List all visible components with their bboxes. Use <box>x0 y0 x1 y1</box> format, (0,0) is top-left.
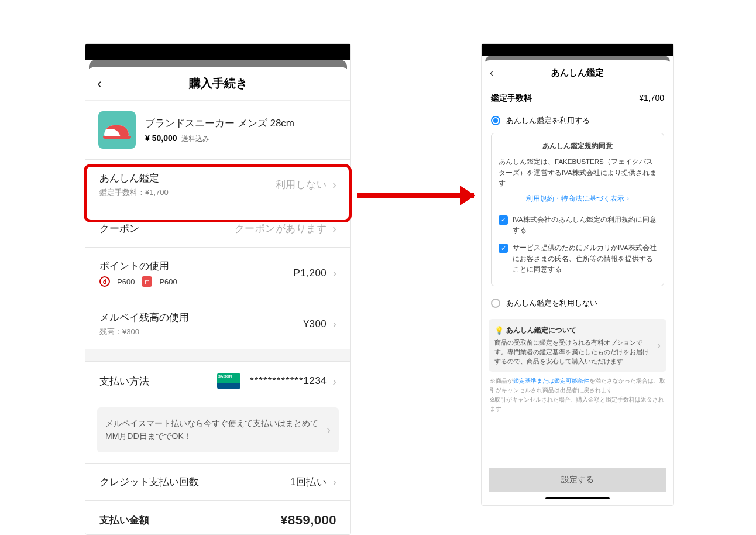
mercari-point-amount: P600 <box>159 277 177 286</box>
radio-use[interactable]: あんしん鑑定を利用する <box>482 111 673 133</box>
radio-skip[interactable]: あんしん鑑定を利用しない <box>482 293 673 315</box>
product-price: ¥ 50,000 <box>145 133 177 143</box>
fine-print: ※商品が鑑定基準または鑑定可能条件を満たさなかった場合は、取引がキャンセルされ商… <box>482 376 673 414</box>
mercari-point-icon: m <box>142 276 152 287</box>
merpay-balance: 残高：¥300 <box>99 327 189 337</box>
anshin-detail-screen: ‹ あんしん鑑定 鑑定手数料 ¥1,700 あんしん鑑定を利用する あんしん鑑定… <box>481 43 674 506</box>
page-title: 購入手続き <box>189 76 248 91</box>
coupon-title: クーポン <box>99 222 139 235</box>
terms-link[interactable]: 利用規約・特商法に基づく表示 <box>526 194 624 203</box>
check2-label: サービス提供のためにメルカリがIVA株式会社にお客さまの氏名、住所等の情報を提供… <box>513 242 657 275</box>
info-heading: あんしん鑑定について <box>506 325 576 335</box>
saison-card-icon <box>217 373 240 389</box>
chevron-right-icon: › <box>332 475 336 489</box>
coupon-value: クーポンがあります <box>235 222 327 235</box>
check1-label: IVA株式会社のあんしん鑑定の利用規約に同意する <box>513 214 657 236</box>
terms-body: あんしん鑑定は、FAKEBUSTERS（フェイクバスターズ）を運営するIVA株式… <box>499 156 657 188</box>
terms-box: あんしん鑑定規約同意 あんしん鑑定は、FAKEBUSTERS（フェイクバスターズ… <box>491 133 664 286</box>
merpay-value: ¥300 <box>304 318 327 330</box>
product-thumbnail <box>98 111 136 149</box>
shipping-label: 送料込み <box>181 135 209 143</box>
radio-skip-label: あんしん鑑定を利用しない <box>506 298 597 308</box>
dpoint-icon: d <box>99 276 110 287</box>
chevron-right-icon: › <box>332 266 336 280</box>
arrow-right-icon <box>357 193 474 198</box>
back-icon[interactable]: ‹ <box>97 76 102 92</box>
anshin-row[interactable]: あんしん鑑定 鑑定手数料：¥1,700 利用しない › <box>85 159 350 210</box>
status-bar <box>482 44 673 56</box>
checkout-screen: ‹ 購入手続き ブランドスニーカー メンズ 28cm ¥ 50,000 送料込み… <box>85 43 351 535</box>
total-row: 支払い金額 ¥859,000 <box>85 500 350 535</box>
fee-label: 鑑定手数料 <box>491 93 532 104</box>
chevron-right-icon: › <box>627 195 629 202</box>
terms-heading: あんしん鑑定規約同意 <box>499 140 657 152</box>
section-divider <box>85 349 350 362</box>
smartpay-text: メルペイスマート払いなら今すぐ使えて支払いはまとめてMM月DD日まででOK！ <box>105 417 327 443</box>
chevron-right-icon: › <box>332 222 336 235</box>
page-title: あんしん鑑定 <box>551 67 604 78</box>
total-title: 支払い金額 <box>99 513 149 527</box>
total-value: ¥859,000 <box>280 513 336 528</box>
fee-value: ¥1,700 <box>639 93 664 104</box>
merpay-title: メルペイ残高の使用 <box>99 311 189 324</box>
home-indicator <box>545 497 610 499</box>
payment-title: 支払い方法 <box>99 375 149 388</box>
anshin-title: あんしん鑑定 <box>99 172 169 185</box>
check-data-share[interactable]: ✓ サービス提供のためにメルカリがIVA株式会社にお客さまの氏名、住所等の情報を… <box>499 239 657 278</box>
merpay-row[interactable]: メルペイ残高の使用 残高：¥300 ¥300 › <box>85 299 350 349</box>
fee-row: 鑑定手数料 ¥1,700 <box>482 85 673 111</box>
smartpay-notice[interactable]: メルペイスマート払いなら今すぐ使えて支払いはまとめてMM月DD日まででOK！ › <box>97 407 339 452</box>
radio-on-icon <box>491 116 500 125</box>
checkbox-on-icon: ✓ <box>499 244 508 253</box>
radio-use-label: あんしん鑑定を利用する <box>506 115 590 126</box>
set-button[interactable]: 設定する <box>489 468 666 492</box>
info-body: 商品の受取前に鑑定を受けられる有料オプションです。専門業者の鑑定基準を満たしたも… <box>494 339 649 365</box>
dpoint-amount: P600 <box>117 277 135 286</box>
anshin-value: 利用しない <box>276 178 327 191</box>
points-title: ポイントの使用 <box>99 259 177 273</box>
credit-times-value: 1回払い <box>290 475 327 489</box>
card-last4: 1234 <box>304 375 327 386</box>
chevron-right-icon: › <box>332 317 336 331</box>
card-mask: ************ <box>250 375 303 386</box>
chevron-right-icon: › <box>332 178 336 191</box>
checkbox-on-icon: ✓ <box>499 215 508 225</box>
anshin-fee: 鑑定手数料：¥1,700 <box>99 187 169 198</box>
radio-off-icon <box>491 299 500 308</box>
points-value: P1,200 <box>293 268 327 279</box>
info-card[interactable]: 💡あんしん鑑定について 商品の受取前に鑑定を受けられる有料オプションです。専門業… <box>489 319 666 372</box>
criteria-link[interactable]: 鑑定基準または鑑定可能条件 <box>513 378 589 384</box>
chevron-right-icon: › <box>332 375 336 388</box>
chevron-right-icon: › <box>657 338 661 352</box>
points-row[interactable]: ポイントの使用 d P600 m P600 P1,200 › <box>85 247 350 299</box>
sneaker-icon <box>103 121 131 139</box>
product-row: ブランドスニーカー メンズ 28cm ¥ 50,000 送料込み <box>85 101 350 159</box>
chevron-right-icon: › <box>327 423 331 437</box>
credit-times-title: クレジット支払い回数 <box>99 475 199 489</box>
lightbulb-icon: 💡 <box>494 325 504 337</box>
status-bar <box>85 44 350 60</box>
payment-method-row[interactable]: 支払い方法 ************1234 › <box>85 362 350 400</box>
check-iva-terms[interactable]: ✓ IVA株式会社のあんしん鑑定の利用規約に同意する <box>499 211 657 239</box>
coupon-row[interactable]: クーポン クーポンがあります › <box>85 210 350 247</box>
credit-times-row[interactable]: クレジット支払い回数 1回払い › <box>85 463 350 500</box>
product-name: ブランドスニーカー メンズ 28cm <box>145 116 294 130</box>
back-icon[interactable]: ‹ <box>490 67 493 79</box>
